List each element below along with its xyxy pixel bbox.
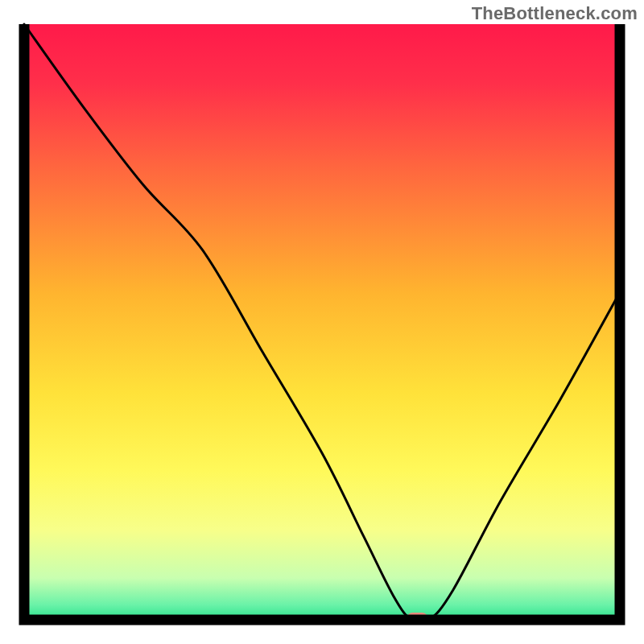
plot-background <box>24 24 620 620</box>
bottleneck-chart: TheBottleneck.com <box>0 0 644 644</box>
chart-svg <box>0 0 644 644</box>
watermark-text: TheBottleneck.com <box>472 3 638 24</box>
plot-area <box>24 24 620 624</box>
